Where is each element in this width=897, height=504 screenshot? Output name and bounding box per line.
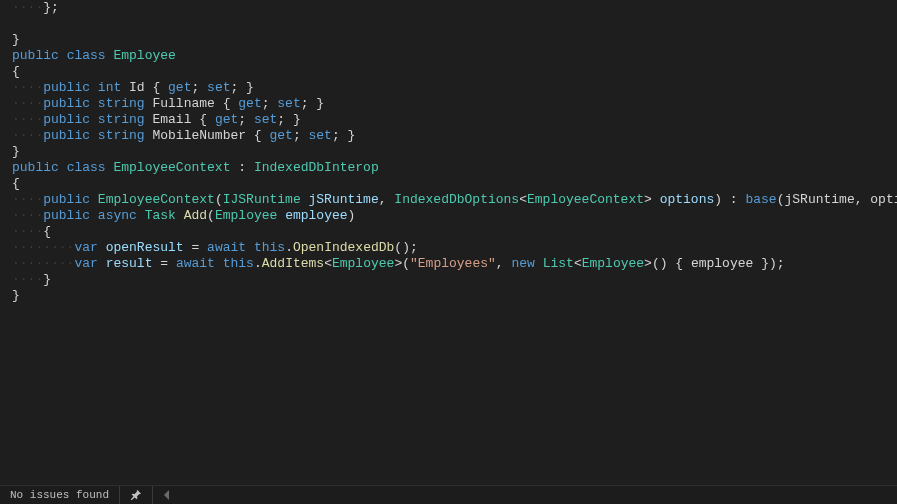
code-line[interactable]: public class EmployeeContext : IndexedDb… bbox=[12, 160, 889, 176]
chevron-left-icon bbox=[163, 490, 171, 500]
code-line[interactable]: public class Employee bbox=[12, 48, 889, 64]
code-line[interactable]: ····public string Fullname { get; set; } bbox=[12, 96, 889, 112]
code-line[interactable]: ····public EmployeeContext(IJSRuntime jS… bbox=[12, 192, 889, 208]
code-line[interactable]: ····}; bbox=[12, 0, 889, 16]
code-line[interactable]: ········var openResult = await this.Open… bbox=[12, 240, 889, 256]
code-line[interactable]: } bbox=[12, 32, 889, 48]
code-line[interactable]: ····public string MobileNumber { get; se… bbox=[12, 128, 889, 144]
code-editor[interactable]: ····};}public class Employee{····public … bbox=[0, 0, 897, 486]
code-line[interactable]: ····public async Task Add(Employee emplo… bbox=[12, 208, 889, 224]
issues-text: No issues found bbox=[10, 487, 109, 503]
status-bar: No issues found bbox=[0, 485, 897, 504]
code-line[interactable]: } bbox=[12, 288, 889, 304]
pin-icon bbox=[130, 489, 142, 501]
code-line[interactable]: ········var result = await this.AddItems… bbox=[12, 256, 889, 272]
code-line[interactable]: } bbox=[12, 144, 889, 160]
code-line[interactable] bbox=[12, 16, 889, 32]
code-line[interactable]: { bbox=[12, 64, 889, 80]
code-line[interactable]: ····} bbox=[12, 272, 889, 288]
status-issues[interactable]: No issues found bbox=[0, 487, 119, 503]
code-line[interactable]: ····public string Email { get; set; } bbox=[12, 112, 889, 128]
status-nav-section[interactable] bbox=[153, 490, 181, 500]
code-line[interactable]: { bbox=[12, 176, 889, 192]
status-pin-section[interactable] bbox=[120, 489, 152, 501]
code-line[interactable]: ····public int Id { get; set; } bbox=[12, 80, 889, 96]
code-line[interactable]: ····{ bbox=[12, 224, 889, 240]
